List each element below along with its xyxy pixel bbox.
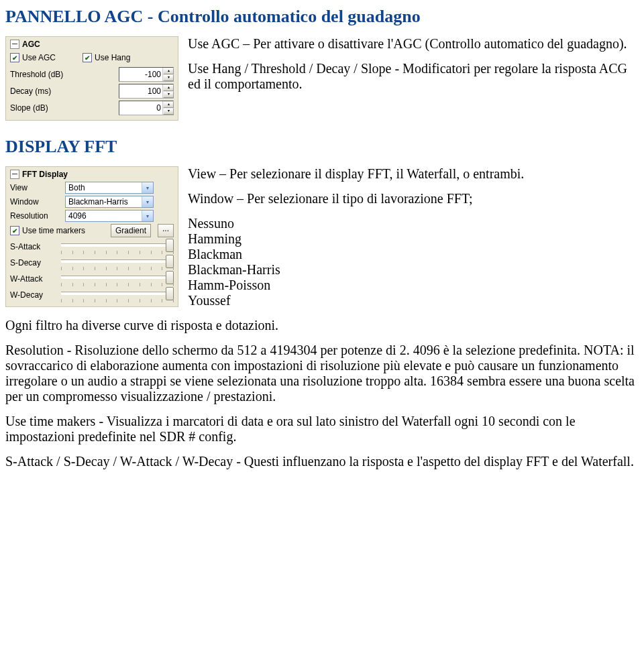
- resolution-label: Resolution: [10, 211, 65, 221]
- window-combo[interactable]: Blackman-Harris ▾: [65, 196, 154, 208]
- threshold-spinner[interactable]: ▴ ▾: [119, 67, 174, 82]
- decay-input[interactable]: [119, 86, 162, 97]
- sdecay-slider[interactable]: [61, 255, 174, 270]
- slope-label: Slope (dB): [10, 103, 69, 113]
- chevron-down-icon[interactable]: ▾: [142, 196, 153, 207]
- time-markers-checkbox[interactable]: ✔ Use time markers: [10, 226, 85, 235]
- threshold-arrows[interactable]: ▴ ▾: [162, 68, 174, 81]
- agc-text: Use AGC – Per attivare o disattivare l'A…: [188, 36, 639, 101]
- wdecay-label: W-Decay: [10, 290, 57, 300]
- decay-spinner[interactable]: ▴ ▾: [119, 84, 174, 99]
- spinner-down-icon[interactable]: ▾: [163, 91, 174, 98]
- view-value: Both: [66, 182, 142, 193]
- fft-panel: FFT Display View Both ▾ Window Blackman-…: [5, 166, 178, 307]
- wdecay-slider[interactable]: [61, 288, 174, 302]
- threshold-input[interactable]: [119, 69, 162, 80]
- sattack-label: S-Attack: [10, 242, 57, 251]
- spinner-down-icon[interactable]: ▾: [163, 74, 174, 81]
- slider-thumb-icon[interactable]: [166, 239, 174, 252]
- spinner-down-icon[interactable]: ▾: [163, 108, 174, 115]
- threshold-label: Threshold (dB): [10, 70, 69, 79]
- agc-title: PANNELLO AGC - Controllo automatico del …: [5, 7, 639, 27]
- fft-panel-header[interactable]: FFT Display: [10, 170, 174, 179]
- view-label: View: [10, 183, 65, 192]
- slope-spinner[interactable]: ▴ ▾: [119, 101, 174, 115]
- collapse-icon[interactable]: [10, 40, 19, 49]
- gradient-more-button[interactable]: ...: [158, 224, 174, 237]
- sattack-slider[interactable]: [61, 239, 174, 254]
- view-combo[interactable]: Both ▾: [65, 182, 154, 194]
- slider-thumb-icon[interactable]: [166, 271, 174, 284]
- spinner-up-icon[interactable]: ▴: [163, 101, 174, 108]
- decay-arrows[interactable]: ▴ ▾: [162, 84, 174, 98]
- resolution-combo[interactable]: 4096 ▾: [65, 210, 154, 222]
- use-agc-label: Use AGC: [22, 53, 56, 62]
- fft-p-time: Use time makers - Visualizza i marcatori…: [5, 414, 639, 445]
- window-label: Window: [10, 197, 65, 206]
- sdecay-label: S-Decay: [10, 258, 57, 268]
- fft-p-sliders: S-Attack / S-Decay / W-Attack / W-Decay …: [5, 454, 639, 469]
- fft-p-resolution: Resolution - Risoluzione dello schermo d…: [5, 343, 639, 404]
- spinner-up-icon[interactable]: ▴: [163, 84, 174, 91]
- agc-panel: AGC ✔ Use AGC ✔ Use Hang Threshold (dB) …: [5, 36, 178, 121]
- agc-p2: Use Hang / Threshold / Decay / Slope - M…: [188, 61, 639, 92]
- time-markers-label: Use time markers: [22, 226, 85, 235]
- fft-p-filter: Ogni filtro ha diverse curve di risposta…: [5, 318, 639, 333]
- agc-panel-header[interactable]: AGC: [10, 40, 174, 49]
- use-hang-checkbox[interactable]: ✔ Use Hang: [83, 53, 130, 62]
- agc-p1: Use AGC – Per attivare o disattivare l'A…: [188, 36, 639, 52]
- slider-thumb-icon[interactable]: [166, 255, 174, 268]
- wattack-slider[interactable]: [61, 272, 174, 286]
- resolution-value: 4096: [66, 211, 142, 221]
- fft-title: DISPLAY FFT: [5, 137, 639, 157]
- use-hang-label: Use Hang: [95, 53, 130, 62]
- collapse-icon[interactable]: [10, 170, 19, 179]
- agc-panel-title: AGC: [22, 40, 40, 49]
- use-agc-checkbox[interactable]: ✔ Use AGC: [10, 53, 56, 62]
- chevron-down-icon[interactable]: ▾: [142, 182, 153, 193]
- slope-input[interactable]: [119, 103, 162, 113]
- fft-panel-title: FFT Display: [22, 170, 68, 179]
- spinner-up-icon[interactable]: ▴: [163, 68, 174, 74]
- wattack-label: W-Attack: [10, 274, 57, 284]
- slider-thumb-icon[interactable]: [166, 287, 174, 300]
- gradient-button[interactable]: Gradient: [111, 224, 151, 237]
- slope-arrows[interactable]: ▴ ▾: [162, 101, 174, 115]
- window-value: Blackman-Harris: [66, 196, 142, 207]
- decay-label: Decay (ms): [10, 86, 69, 96]
- chevron-down-icon[interactable]: ▾: [142, 211, 153, 221]
